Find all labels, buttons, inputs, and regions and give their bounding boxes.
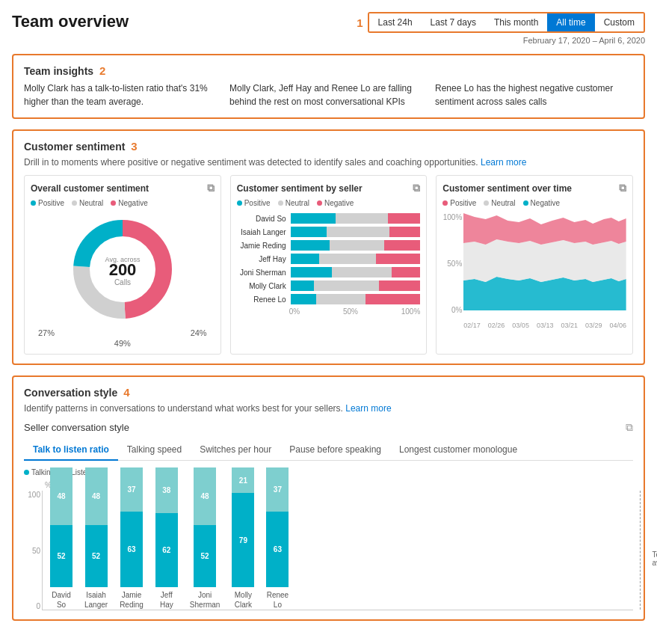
seller-bars: David So Isaiah Langer Jamie Reding Jeff… (237, 213, 421, 304)
time-y-labels: 100% 50% 0% (442, 213, 462, 314)
svg-marker-7 (463, 277, 626, 310)
insights-grid: Molly Clark has a talk-to-listen ratio t… (24, 82, 633, 108)
bar-talk-seg: 52 (50, 525, 73, 587)
page-container: Team overview 1 Last 24h Last 7 days Thi… (0, 0, 657, 644)
bar-seller-label: JoniSherman (190, 590, 220, 610)
bar-seller-label: JamieReding (120, 590, 144, 610)
bar-seller-label: ReneeLo (267, 590, 289, 610)
seller-name: Renee Lo (237, 295, 291, 304)
bar-listen-seg: 21 (232, 467, 254, 493)
conv-legend: Talking Listening (24, 468, 633, 476)
copy-icon-overall[interactable]: ⧉ (207, 182, 215, 194)
conv-chart-inner: 100 50 0 48 52 DavidSo 48 52 IsaiahLange… (24, 491, 633, 610)
copy-icon-time[interactable]: ⧉ (619, 182, 626, 194)
learn-more-link-conv[interactable]: Learn more (345, 403, 391, 414)
seller-bar-row: Renee Lo (237, 294, 421, 304)
seller-bar-row: Joni Sherman (237, 267, 421, 277)
step2-badge: 2 (99, 64, 105, 77)
bar-listen-seg: 38 (155, 467, 178, 513)
seller-name: Jamie Reding (237, 242, 291, 250)
over-time-chart: Customer sentiment over time ⧉ Positive … (436, 175, 633, 355)
step3-badge: 3 (131, 140, 137, 153)
donut-bottom-label: 49% (31, 339, 215, 348)
bar-seller-label: IsaiahLanger (84, 590, 108, 610)
bar-seller-label: DavidSo (52, 590, 71, 610)
seller-legend-negative: Negative (317, 199, 354, 207)
bar-listen-seg: 48 (85, 467, 108, 525)
bar-listen-seg: 48 (50, 467, 73, 525)
customer-sentiment-subtitle: Drill in to moments where positive or ne… (24, 157, 633, 168)
y-axis: 100 50 0 (24, 491, 42, 610)
insight-item-1: Molly Clark has a talk-to-listen ratio t… (24, 82, 222, 108)
time-chart-svg (463, 213, 626, 310)
bar-group: 37 63 ReneeLo (266, 467, 289, 610)
learn-more-link-sentiment[interactable]: Learn more (481, 157, 526, 168)
by-seller-legend: Positive Neutral Negative (237, 199, 421, 207)
bar-talk-seg: 52 (194, 525, 216, 587)
copy-icon-seller[interactable]: ⧉ (413, 182, 420, 194)
overall-chart-title: Overall customer sentiment ⧉ (31, 182, 215, 194)
team-avg-label: Teamavg (653, 551, 657, 567)
tab-longest-monologue[interactable]: Longest customer monologue (390, 440, 526, 461)
seller-bar-row: Molly Clark (237, 280, 421, 291)
bar-group: 37 63 JamieReding (120, 467, 144, 610)
legend-negative: Negative (111, 199, 147, 207)
filter-last7days[interactable]: Last 7 days (422, 13, 485, 31)
copy-icon-conv[interactable]: ⧉ (626, 421, 633, 434)
tab-talking-speed[interactable]: Talking speed (118, 440, 191, 461)
tab-switches-per-hour[interactable]: Switches per hour (191, 440, 280, 461)
legend-neutral: Neutral (72, 199, 103, 207)
bar-group: 48 52 DavidSo (50, 467, 73, 610)
tab-talk-to-listen[interactable]: Talk to listen ratio (24, 440, 118, 461)
team-avg-line (640, 491, 641, 610)
time-legend-neutral: Neutral (484, 199, 515, 207)
svg-marker-9 (463, 213, 626, 245)
seller-name: Joni Sherman (237, 269, 291, 277)
customer-sentiment-section: Customer sentiment 3 Drill in to moments… (12, 129, 645, 365)
over-time-title: Customer sentiment over time ⧉ (442, 182, 626, 194)
seller-name: Molly Clark (237, 282, 291, 290)
page-title: Team overview (12, 12, 129, 31)
bar-talk-seg: 62 (155, 513, 178, 587)
filter-alltime[interactable]: All time (547, 13, 594, 31)
bar-seller-label: MollyClark (235, 590, 252, 610)
time-x-labels: 02/17 02/26 03/05 03/13 03/21 03/29 04/0… (463, 322, 626, 329)
conv-style-subtitle: Identify patterns in conversations to un… (24, 403, 633, 414)
tab-pause-before-speaking[interactable]: Pause before speaking (280, 440, 390, 461)
bar-listen-seg: 37 (120, 467, 143, 512)
chart-title-row: Seller conversation style ⧉ (24, 421, 633, 434)
time-chart-wrapper: 100% 50% 0% 02/17 (442, 213, 626, 329)
by-seller-title: Customer sentiment by seller ⧉ (237, 182, 421, 194)
seller-bar-row: Isaiah Langer (237, 227, 421, 237)
bar-listen-seg: 48 (194, 467, 216, 525)
team-insights-title: Team insights 2 (24, 64, 633, 77)
bar-group: 48 52 JoniSherman (190, 467, 220, 610)
sentiment-charts: Overall customer sentiment ⧉ Positive Ne… (24, 175, 633, 355)
bar-group: 38 62 JeffHay (155, 467, 178, 610)
date-range: February 17, 2020 – April 6, 2020 (523, 36, 645, 45)
filter-custom[interactable]: Custom (595, 13, 644, 31)
time-legend-negative: Negative (523, 199, 560, 207)
by-seller-chart: Customer sentiment by seller ⧉ Positive … (230, 175, 428, 355)
conv-tabs: Talk to listen ratio Talking speed Switc… (24, 440, 633, 461)
header: Team overview 1 Last 24h Last 7 days Thi… (12, 12, 645, 45)
conv-bar-chart: % 100 50 0 48 52 DavidSo 48 52 IsaiahLan… (24, 481, 633, 610)
seller-bar-row: Jamie Reding (237, 240, 421, 251)
time-legend-positive: Positive (442, 199, 476, 207)
header-right: 1 Last 24h Last 7 days This month All ti… (352, 12, 645, 45)
bar-listen-seg: 37 (266, 467, 289, 512)
conv-style-title: Conversation style 4 (24, 386, 633, 399)
donut-labels: 27% 24% (31, 328, 215, 337)
legend-positive: Positive (31, 199, 64, 207)
seller-bar-row: Jeff Hay (237, 254, 421, 264)
time-filter-group: Last 24h Last 7 days This month All time… (368, 12, 645, 33)
filter-last24h[interactable]: Last 24h (369, 13, 422, 31)
svg-marker-8 (463, 239, 626, 282)
seller-conv-style-label: Seller conversation style (24, 422, 129, 433)
bar-talk-seg: 52 (85, 525, 108, 587)
seller-name: Jeff Hay (237, 255, 291, 263)
filter-thismonth[interactable]: This month (485, 13, 547, 31)
insight-item-2: Molly Clark, Jeff Hay and Renee Lo are f… (229, 82, 428, 108)
seller-legend-positive: Positive (237, 199, 271, 207)
step4-badge: 4 (123, 386, 129, 399)
